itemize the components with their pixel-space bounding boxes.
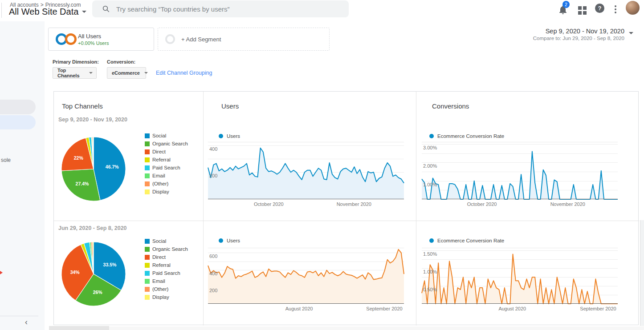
add-segment-label: + Add Segment xyxy=(181,36,221,43)
top-header: All accounts>Princessly.com All Web Site… xyxy=(0,0,644,21)
legend-swatch-icon xyxy=(145,287,150,292)
horizontal-scrollbar-thumb[interactable] xyxy=(109,326,644,330)
notifications-badge: 2 xyxy=(562,1,570,8)
primary-dimension-dropdown[interactable]: Top Channels xyxy=(53,67,97,79)
y-axis-label: 3.00% xyxy=(423,145,437,150)
top-channels-pie-chart-current[interactable]: 46.7%27.4%22% xyxy=(60,136,127,202)
apps-grid-icon[interactable] xyxy=(578,6,587,15)
y-axis-label: 400 xyxy=(209,271,217,276)
x-axis-label: September 2020 xyxy=(571,306,625,311)
panel-date-subtitle: Jun 29, 2020 - Sep 8, 2020 xyxy=(58,225,127,231)
property-selector[interactable]: All Web Site Data xyxy=(9,7,86,17)
sidebar-item-selected-pill[interactable] xyxy=(0,115,36,129)
sidebar: sole ‹ xyxy=(0,21,45,330)
legend-item-display[interactable]: Display xyxy=(145,188,188,196)
edit-channel-grouping-link[interactable]: Edit Channel Grouping xyxy=(156,70,212,76)
legend-item-organic-search[interactable]: Organic Search xyxy=(145,140,188,148)
date-range-compare: Compare to: Jun 29, 2020 - Sep 8, 2020 xyxy=(533,36,624,41)
sidebar-item-search-console-truncated[interactable]: sole xyxy=(1,157,11,163)
chevron-down-icon xyxy=(144,72,148,74)
conversions-panel-current: Conversions Ecommerce Conversion Rate 1.… xyxy=(416,92,639,221)
date-range-selector[interactable]: Sep 9, 2020 - Nov 19, 2020 Compare to: J… xyxy=(533,28,624,41)
legend-item-paid-search[interactable]: Paid Search xyxy=(145,164,188,172)
conversions-area-chart-comparison[interactable]: 0.50%1.00%1.50%August 2020September 2020 xyxy=(422,248,618,304)
y-axis-label: 400 xyxy=(209,146,217,152)
legend-item-email[interactable]: Email xyxy=(145,277,188,285)
sidebar-attribution-beta-icon[interactable] xyxy=(0,271,3,274)
legend-swatch-icon xyxy=(145,271,150,276)
horizontal-scrollbar-track[interactable] xyxy=(49,326,644,330)
top-channels-panel-comparison: Jun 29, 2020 - Sep 8, 2020 33.5%26%34% S… xyxy=(54,221,203,326)
conversion-dropdown[interactable]: eCommerce xyxy=(107,67,146,79)
legend-item-email[interactable]: Email xyxy=(145,172,188,180)
y-axis-label: 200 xyxy=(209,288,217,293)
user-avatar[interactable] xyxy=(626,1,640,15)
search-input[interactable] xyxy=(116,5,330,13)
x-axis-label: August 2020 xyxy=(485,306,539,311)
y-axis-label: 2.00% xyxy=(423,163,437,169)
segment-all-users-card[interactable]: All Users +0.00% Users xyxy=(48,28,154,51)
series-line xyxy=(208,250,404,280)
legend-swatch-icon xyxy=(145,157,150,162)
legend-item-paid-search[interactable]: Paid Search xyxy=(145,269,188,277)
legend-item--other-[interactable]: (Other) xyxy=(145,285,188,293)
add-segment-circle-icon xyxy=(165,34,175,44)
users-panel-current: Users Users 200400October 2020November 2… xyxy=(203,92,416,221)
legend-dot-icon xyxy=(219,134,223,138)
series-area-fill xyxy=(208,148,404,199)
panel-date-subtitle: Sep 9, 2020 - Nov 19, 2020 xyxy=(58,117,127,123)
segment-comparison-rings-icon xyxy=(56,33,77,47)
legend-item-referral[interactable]: Referral xyxy=(145,156,188,164)
pie-slice-label: 46.7% xyxy=(106,164,119,169)
top-channels-panel-current: Top Channels Sep 9, 2020 - Nov 19, 2020 … xyxy=(54,92,203,221)
legend-dot-icon xyxy=(219,238,223,243)
legend-users-current[interactable]: Users xyxy=(219,133,240,139)
sidebar-item-hover-pill[interactable] xyxy=(0,100,36,114)
legend-item-social[interactable]: Social xyxy=(145,132,188,140)
legend-item-direct[interactable]: Direct xyxy=(145,148,188,156)
users-area-chart-current[interactable]: 200400October 2020November 2020 xyxy=(208,142,404,199)
y-axis-label: 200 xyxy=(209,173,217,178)
search-bar[interactable] xyxy=(92,0,349,17)
conversions-area-chart-current[interactable]: 1.00%2.00%3.00%October 2020November 2020 xyxy=(422,142,618,199)
add-segment-button[interactable]: + Add Segment xyxy=(158,28,330,51)
legend-conversion-rate-current[interactable]: Ecommerce Conversion Rate xyxy=(429,133,504,139)
vertical-scrollbar[interactable] xyxy=(640,220,644,330)
analytics-app: All accounts>Princessly.com All Web Site… xyxy=(0,0,644,330)
legend-item-direct[interactable]: Direct xyxy=(145,253,188,261)
legend-item--other-[interactable]: (Other) xyxy=(145,180,188,188)
legend-item-organic-search[interactable]: Organic Search xyxy=(145,245,188,253)
pie-legend-comparison: SocialOrganic SearchDirectReferralPaid S… xyxy=(145,237,188,301)
legend-swatch-icon xyxy=(145,263,150,268)
legend-users-comparison[interactable]: Users xyxy=(219,238,240,243)
x-axis-label: October 2020 xyxy=(242,201,295,207)
y-axis-label: 0.50% xyxy=(423,287,437,292)
more-options-icon[interactable] xyxy=(611,4,620,14)
help-icon[interactable]: ? xyxy=(595,4,604,13)
x-axis-label: November 2020 xyxy=(327,201,381,207)
legend-swatch-icon xyxy=(145,189,150,194)
users-panel-comparison: Users 200400600August 2020September 2020 xyxy=(203,221,416,326)
date-range-chevron-icon[interactable] xyxy=(629,32,633,34)
legend-swatch-icon xyxy=(145,279,150,284)
users-area-chart-comparison[interactable]: 200400600August 2020September 2020 xyxy=(208,248,404,304)
page-title: All Web Site Data xyxy=(9,7,78,17)
legend-item-social[interactable]: Social xyxy=(145,237,188,245)
legend-item-display[interactable]: Display xyxy=(145,293,188,301)
x-axis-label: November 2020 xyxy=(541,201,595,207)
top-channels-pie-chart-comparison[interactable]: 33.5%26%34% xyxy=(60,241,127,307)
pie-slice-label: 33.5% xyxy=(103,262,117,267)
conversion-label: Conversion: xyxy=(107,59,135,64)
legend-swatch-icon xyxy=(145,295,150,300)
legend-item-referral[interactable]: Referral xyxy=(145,261,188,269)
legend-swatch-icon xyxy=(145,149,150,154)
x-axis-label: September 2020 xyxy=(358,306,411,311)
panel-title: Conversions xyxy=(432,102,469,110)
chevron-down-icon xyxy=(82,11,86,13)
search-icon xyxy=(102,5,110,13)
pie-slice-label: 26% xyxy=(93,290,103,295)
series-area-fill xyxy=(422,152,618,200)
sidebar-collapse-button[interactable]: ‹ xyxy=(25,318,28,327)
header-left-divider xyxy=(1,3,2,18)
legend-conversion-rate-comparison[interactable]: Ecommerce Conversion Rate xyxy=(429,238,504,243)
